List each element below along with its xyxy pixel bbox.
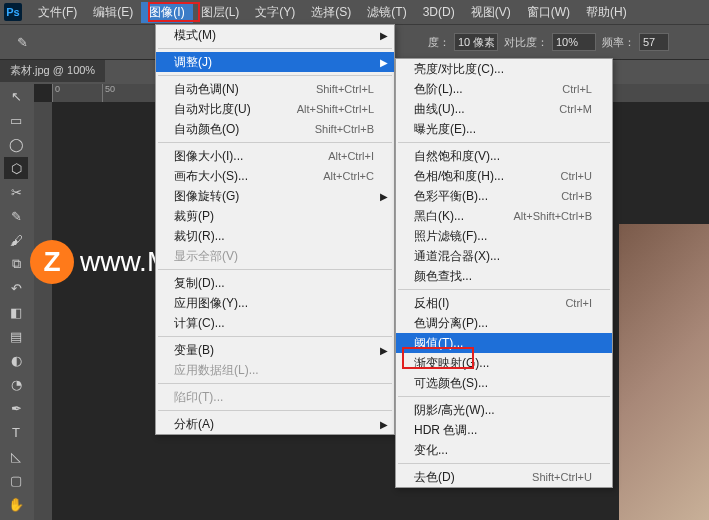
document-image: [619, 224, 709, 520]
lasso-icon: ✎: [10, 31, 34, 53]
ratio-label: 度：: [428, 35, 450, 50]
menu-trap: 陷印(T)...: [156, 387, 394, 407]
adj-posterize[interactable]: 色调分离(P)...: [396, 313, 612, 333]
image-menu-dropdown: 模式(M)▶ 调整(J)▶ 自动色调(N)Shift+Ctrl+L 自动对比度(…: [155, 24, 395, 435]
menu-separator: [398, 396, 610, 397]
move-tool-icon[interactable]: ↖: [4, 85, 28, 107]
gradient-tool-icon[interactable]: ▤: [4, 325, 28, 347]
menubar: Ps 文件(F) 编辑(E) 图像(I) 图层(L) 文字(Y) 选择(S) 滤…: [0, 0, 709, 24]
ruler-tick: 50: [102, 84, 152, 102]
menu-type[interactable]: 文字(Y): [247, 2, 303, 23]
adj-variations[interactable]: 变化...: [396, 440, 612, 460]
adj-desaturate[interactable]: 去色(D)Shift+Ctrl+U: [396, 467, 612, 487]
history-brush-icon[interactable]: ↶: [4, 277, 28, 299]
adj-hdr-toning[interactable]: HDR 色调...: [396, 420, 612, 440]
menu-reveal-all[interactable]: 显示全部(V): [156, 246, 394, 266]
menu-view[interactable]: 视图(V): [463, 2, 519, 23]
adj-threshold[interactable]: 阈值(T)...: [396, 333, 612, 353]
adj-photo-filter[interactable]: 照片滤镜(F)...: [396, 226, 612, 246]
adj-exposure[interactable]: 曝光度(E)...: [396, 119, 612, 139]
menu-file[interactable]: 文件(F): [30, 2, 85, 23]
menu-image-size[interactable]: 图像大小(I)...Alt+Ctrl+I: [156, 146, 394, 166]
menu-adjustments[interactable]: 调整(J)▶: [156, 52, 394, 72]
ruler-tick: 0: [52, 84, 102, 102]
menu-analysis[interactable]: 分析(A)▶: [156, 414, 394, 434]
menu-separator: [398, 289, 610, 290]
chevron-right-icon: ▶: [380, 30, 388, 41]
blur-tool-icon[interactable]: ◐: [4, 349, 28, 371]
adj-hue-saturation[interactable]: 色相/饱和度(H)...Ctrl+U: [396, 166, 612, 186]
menu-separator: [158, 142, 392, 143]
menu-separator: [158, 383, 392, 384]
menu-separator: [158, 48, 392, 49]
menu-image[interactable]: 图像(I): [141, 2, 192, 23]
menu-variables[interactable]: 变量(B)▶: [156, 340, 394, 360]
menu-canvas-size[interactable]: 画布大小(S)...Alt+Ctrl+C: [156, 166, 394, 186]
menu-separator: [158, 75, 392, 76]
adj-brightness-contrast[interactable]: 亮度/对比度(C)...: [396, 59, 612, 79]
contrast-label: 对比度：: [504, 35, 548, 50]
adj-black-white[interactable]: 黑白(K)...Alt+Shift+Ctrl+B: [396, 206, 612, 226]
ps-logo: Ps: [4, 3, 22, 21]
adj-curves[interactable]: 曲线(U)...Ctrl+M: [396, 99, 612, 119]
adj-levels[interactable]: 色阶(L)...Ctrl+L: [396, 79, 612, 99]
stamp-tool-icon[interactable]: ⧉: [4, 253, 28, 275]
adj-color-balance[interactable]: 色彩平衡(B)...Ctrl+B: [396, 186, 612, 206]
menu-window[interactable]: 窗口(W): [519, 2, 578, 23]
menu-select[interactable]: 选择(S): [303, 2, 359, 23]
adj-color-lookup[interactable]: 颜色查找...: [396, 266, 612, 286]
chevron-right-icon: ▶: [380, 419, 388, 430]
eyedropper-tool-icon[interactable]: ✎: [4, 205, 28, 227]
chevron-right-icon: ▶: [380, 57, 388, 68]
menu-separator: [158, 336, 392, 337]
pen-tool-icon[interactable]: ✒: [4, 397, 28, 419]
adj-vibrance[interactable]: 自然饱和度(V)...: [396, 146, 612, 166]
freq-label: 频率：: [602, 35, 635, 50]
document-tab[interactable]: 素材.jpg @ 100%: [0, 60, 105, 82]
freq-input[interactable]: [639, 33, 669, 51]
marquee-tool-icon[interactable]: ▭: [4, 109, 28, 131]
menu-layer[interactable]: 图层(L): [193, 2, 248, 23]
contrast-input[interactable]: [552, 33, 596, 51]
menu-edit[interactable]: 编辑(E): [85, 2, 141, 23]
menu-filter[interactable]: 滤镜(T): [359, 2, 414, 23]
eraser-tool-icon[interactable]: ◧: [4, 301, 28, 323]
adj-selective-color[interactable]: 可选颜色(S)...: [396, 373, 612, 393]
menu-auto-tone[interactable]: 自动色调(N)Shift+Ctrl+L: [156, 79, 394, 99]
hand-tool-icon[interactable]: ✋: [4, 493, 28, 515]
menu-auto-color[interactable]: 自动颜色(O)Shift+Ctrl+B: [156, 119, 394, 139]
adj-channel-mixer[interactable]: 通道混合器(X)...: [396, 246, 612, 266]
brush-tool-icon[interactable]: 🖌: [4, 229, 28, 251]
lasso-tool-icon[interactable]: ◯: [4, 133, 28, 155]
menu-crop[interactable]: 裁剪(P): [156, 206, 394, 226]
menu-help[interactable]: 帮助(H): [578, 2, 635, 23]
menu-auto-contrast[interactable]: 自动对比度(U)Alt+Shift+Ctrl+L: [156, 99, 394, 119]
tools-panel: ↖ ▭ ◯ ⬡ ✂ ✎ 🖌 ⧉ ↶ ◧ ▤ ◐ ◔ ✒ T ◺ ▢ ✋: [2, 84, 30, 516]
menu-separator: [398, 142, 610, 143]
adj-shadows-highlights[interactable]: 阴影/高光(W)...: [396, 400, 612, 420]
menu-mode[interactable]: 模式(M)▶: [156, 25, 394, 45]
adjustments-submenu: 亮度/对比度(C)... 色阶(L)...Ctrl+L 曲线(U)...Ctrl…: [395, 58, 613, 488]
menu-duplicate[interactable]: 复制(D)...: [156, 273, 394, 293]
menu-apply-data-set: 应用数据组(L)...: [156, 360, 394, 380]
menu-separator: [398, 463, 610, 464]
path-tool-icon[interactable]: ◺: [4, 445, 28, 467]
menu-separator: [158, 269, 392, 270]
adj-invert[interactable]: 反相(I)Ctrl+I: [396, 293, 612, 313]
magnetic-lasso-tool-icon[interactable]: ⬡: [4, 157, 28, 179]
menu-trim[interactable]: 裁切(R)...: [156, 226, 394, 246]
type-tool-icon[interactable]: T: [4, 421, 28, 443]
menu-image-rotation[interactable]: 图像旋转(G)▶: [156, 186, 394, 206]
menu-calculations[interactable]: 计算(C)...: [156, 313, 394, 333]
crop-tool-icon[interactable]: ✂: [4, 181, 28, 203]
menu-apply-image[interactable]: 应用图像(Y)...: [156, 293, 394, 313]
menu-3d[interactable]: 3D(D): [415, 3, 463, 21]
shape-tool-icon[interactable]: ▢: [4, 469, 28, 491]
menu-separator: [158, 410, 392, 411]
chevron-right-icon: ▶: [380, 191, 388, 202]
adj-gradient-map[interactable]: 渐变映射(G)...: [396, 353, 612, 373]
ratio-input[interactable]: [454, 33, 498, 51]
chevron-right-icon: ▶: [380, 345, 388, 356]
dodge-tool-icon[interactable]: ◔: [4, 373, 28, 395]
watermark-logo-icon: Z: [30, 240, 74, 284]
